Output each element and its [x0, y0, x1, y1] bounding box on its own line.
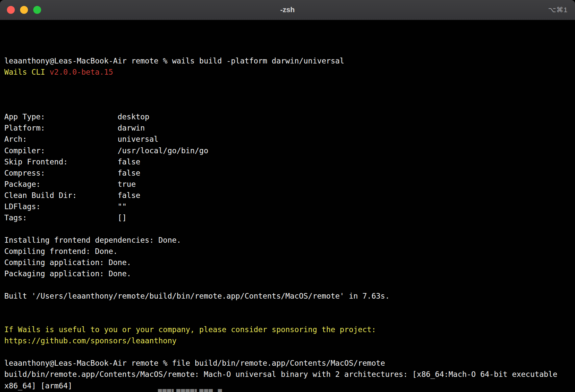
- terminal-output[interactable]: █▛▜▌▛█▜▛▌█▛▜ ▛ leaanthony@Leas-MacBook-A…: [0, 20, 575, 392]
- text-segment: Compiling application: Done.: [4, 258, 131, 267]
- terminal-line: [4, 223, 571, 234]
- text-segment: x86_64] [arm64]: [4, 381, 72, 390]
- terminal-line: If Wails is useful to you or your compan…: [4, 324, 571, 335]
- text-segment: If Wails is useful to you or your compan…: [4, 325, 376, 334]
- terminal-line: [4, 313, 571, 324]
- terminal-line: Compiler: /usr/local/go/bin/go: [4, 145, 571, 156]
- terminal-line: Platform: darwin: [4, 122, 571, 134]
- text-segment: Clean Build Dir: false: [4, 191, 140, 200]
- terminal-line: leaanthony@Leas-MacBook-Air remote % fil…: [4, 357, 571, 369]
- text-segment: Compress: false: [4, 169, 140, 177]
- text-segment: Compiling frontend: Done.: [4, 247, 118, 256]
- terminal-window: -zsh ⌥⌘1 █▛▜▌▛█▜▛▌█▛▜ ▛ leaanthony@Leas-…: [0, 0, 575, 392]
- terminal-line: leaanthony@Leas-MacBook-Air remote % wai…: [4, 55, 571, 66]
- terminal-line: Arch: universal: [4, 134, 571, 145]
- text-segment: leaanthony@Leas-MacBook-Air remote % fil…: [4, 359, 385, 367]
- text-segment: Compiler: /usr/local/go/bin/go: [4, 146, 208, 155]
- text-segment: Package: true: [4, 180, 136, 188]
- traffic-lights: [0, 6, 41, 14]
- terminal-line: Clean Build Dir: false: [4, 190, 571, 201]
- terminal-line: [4, 78, 571, 89]
- terminal-line: Installing frontend dependencies: Done.: [4, 234, 571, 246]
- text-segment: Built '/Users/leaanthony/remote/build/bi…: [4, 292, 389, 300]
- terminal-line: Compiling frontend: Done.: [4, 246, 571, 257]
- text-segment: Tags: []: [4, 213, 127, 222]
- clipped-glyphs: █▛▜▌▛█▜▛▌█▛▜ ▛: [158, 389, 223, 392]
- terminal-line: [4, 279, 571, 290]
- terminal-line: Built '/Users/leaanthony/remote/build/bi…: [4, 290, 571, 302]
- terminal-line: Tags: []: [4, 212, 571, 223]
- window-title: -zsh: [0, 0, 575, 20]
- terminal-line: Skip Frontend: false: [4, 156, 571, 167]
- titlebar[interactable]: -zsh ⌥⌘1: [0, 0, 575, 20]
- terminal-line: build/bin/remote.app/Contents/MacOS/remo…: [4, 369, 571, 380]
- terminal-line: https://github.com/sponsors/leaanthony: [4, 335, 571, 346]
- window-shortcut-badge: ⌥⌘1: [548, 0, 568, 20]
- terminal-line: Compress: false: [4, 167, 571, 179]
- terminal-line: Package: true: [4, 179, 571, 190]
- text-segment: Platform: darwin: [4, 124, 145, 132]
- terminal-line: Wails CLI v2.0.0-beta.15: [4, 66, 571, 78]
- close-button[interactable]: [7, 6, 15, 14]
- text-segment: Wails CLI: [4, 68, 50, 76]
- terminal-line: LDFlags: "": [4, 201, 571, 212]
- terminal-line: Compiling application: Done.: [4, 257, 571, 268]
- text-segment: https://github.com/sponsors/leaanthony: [4, 336, 177, 345]
- zoom-button[interactable]: [33, 6, 41, 14]
- text-segment: Skip Frontend: false: [4, 158, 140, 166]
- text-segment: v2.0.0-beta.15: [50, 68, 113, 76]
- text-segment: Installing frontend dependencies: Done.: [4, 236, 181, 244]
- text-segment: Arch: universal: [4, 135, 159, 143]
- terminal-line: [4, 89, 571, 100]
- text-segment: App Type: desktop: [4, 112, 149, 121]
- text-segment: leaanthony@Leas-MacBook-Air remote % wai…: [4, 57, 344, 65]
- text-segment: build/bin/remote.app/Contents/MacOS/remo…: [4, 370, 557, 379]
- terminal-line: [4, 346, 571, 357]
- terminal-line: [4, 302, 571, 313]
- terminal-line: Packaging application: Done.: [4, 268, 571, 279]
- minimize-button[interactable]: [20, 6, 28, 14]
- terminal-line: x86_64] [arm64]: [4, 380, 571, 391]
- text-segment: Packaging application: Done.: [4, 269, 131, 278]
- terminal-line: [4, 100, 571, 111]
- text-segment: LDFlags: "": [4, 202, 127, 211]
- terminal-line: App Type: desktop: [4, 111, 571, 122]
